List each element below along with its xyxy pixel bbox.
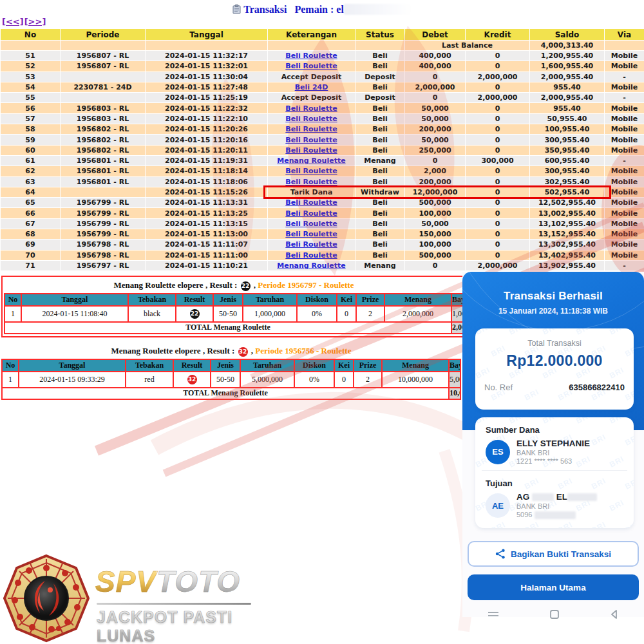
cell-keterangan[interactable]: Beli Roulette — [268, 124, 355, 135]
cell-kredit: 0 — [466, 51, 530, 61]
cell-keterangan[interactable]: Menang Roulette — [268, 260, 355, 270]
keterangan-link[interactable]: Beli Roulette — [285, 136, 337, 144]
cell-keterangan[interactable]: Beli Roulette — [268, 250, 355, 260]
column-header-via: Via — [605, 29, 644, 41]
cell-tanggal: 2024-01-15 11:20:11 — [146, 145, 268, 155]
cell-periode: 1956801 - RL — [61, 166, 146, 176]
cell-status: Deposit — [355, 71, 405, 82]
home-nav-icon[interactable] — [549, 609, 560, 622]
keterangan-link[interactable]: Beli 24D — [295, 83, 328, 91]
cell-keterangan[interactable]: Beli Roulette — [268, 135, 355, 145]
cell-keterangan[interactable]: Beli Roulette — [268, 113, 355, 124]
keterangan-link[interactable]: Beli Roulette — [285, 209, 337, 218]
share-receipt-button[interactable]: Bagikan Bukti Transaksi — [468, 541, 639, 567]
cell-keterangan[interactable]: Beli Roulette — [268, 229, 355, 240]
cell-keterangan[interactable]: Beli Roulette — [268, 240, 355, 250]
home-button-label: Halaman Utama — [520, 583, 585, 592]
cell-keterangan[interactable]: Beli Roulette — [268, 218, 355, 229]
cell-kredit: 2,000,000 — [466, 71, 530, 82]
cell-saldo: 13,302,955.40 — [530, 240, 605, 250]
cell-status: Menang — [355, 260, 405, 270]
win-diskon: 0% — [294, 372, 334, 388]
win-column-jenis: Jenis — [213, 294, 243, 306]
cell-tanggal: 2024-01-15 11:13:25 — [146, 208, 268, 218]
transaction-row: 661956799 - RL2024-01-15 11:13:25Beli Ro… — [1, 208, 644, 218]
cell-saldo: 50,955.40 — [530, 113, 605, 124]
next-page-link[interactable]: [>>] — [24, 17, 46, 26]
bank-receipt: Transaksi Berhasil 15 Januari 2024, 11:1… — [462, 272, 644, 617]
keterangan-link[interactable]: Beli Roulette — [285, 146, 337, 155]
back-nav-icon[interactable] — [609, 609, 620, 622]
cell-keterangan[interactable]: Beli Roulette — [268, 176, 355, 187]
cell-debet: 50,000 — [405, 218, 466, 229]
cell-no: 70 — [1, 250, 61, 260]
win-roulette-block: Menang Roulette elopere , Result : 22 , … — [1, 276, 466, 337]
keterangan-link[interactable]: Beli Roulette — [285, 52, 337, 60]
keterangan-link[interactable]: Beli Roulette — [285, 62, 337, 70]
cell-kredit: 300,000 — [466, 155, 530, 166]
cell-no: 62 — [1, 166, 61, 176]
menu-nav-icon[interactable] — [487, 610, 500, 621]
cell-keterangan[interactable]: Beli 24D — [268, 82, 355, 92]
cell-keterangan[interactable]: Beli Roulette — [268, 208, 355, 218]
keterangan-link[interactable]: Menang Roulette — [277, 261, 345, 270]
cell-keterangan[interactable]: Beli Roulette — [268, 103, 355, 113]
cell-keterangan[interactable]: Beli Roulette — [268, 145, 355, 155]
keterangan-link[interactable]: Beli Roulette — [285, 198, 337, 207]
cell-status: Beli — [355, 124, 405, 135]
cell-saldo: 955.40 — [530, 82, 605, 92]
cell-debet: 0 — [405, 155, 466, 166]
keterangan-link[interactable]: Menang Roulette — [277, 156, 345, 165]
home-button[interactable]: Halaman Utama — [468, 574, 639, 600]
cell-via: Mobile — [605, 82, 644, 92]
share-button-label: Bagikan Bukti Transaksi — [511, 549, 611, 559]
cell-no: 61 — [1, 155, 61, 166]
transaction-row: 671956799 - RL2024-01-15 11:13:15Beli Ro… — [1, 218, 644, 229]
cell-no: 53 — [1, 71, 61, 82]
prev-page-link[interactable]: [<<] — [2, 17, 24, 26]
cell-debet: 400,000 — [405, 61, 466, 71]
cell-keterangan[interactable]: Beli Roulette — [268, 61, 355, 71]
transaction-row: 571956803 - RL2024-01-15 11:22:10Beli Ro… — [1, 113, 644, 124]
keterangan-link[interactable]: Beli Roulette — [285, 230, 337, 238]
keterangan-link[interactable]: Beli Roulette — [285, 240, 337, 249]
keterangan-link[interactable]: Beli Roulette — [285, 125, 337, 133]
receipt-datetime: 15 Januari 2024, 11:18:38 WIB — [462, 307, 644, 316]
cell-via: - — [605, 93, 644, 103]
cell-no: 71 — [1, 260, 61, 270]
cell-status: Beli — [355, 51, 405, 61]
cell-via: Mobile — [605, 218, 644, 229]
transaction-row: 642024-01-15 11:15:26Tarik DanaWithdraw1… — [1, 187, 644, 197]
cell-kredit: 0 — [466, 113, 530, 124]
win-total-label: TOTAL Menang Roulette — [2, 388, 449, 399]
brand-tagline: JACKPOT PASTI LUNAS — [97, 608, 277, 644]
win-column-menang: Menang — [382, 359, 449, 372]
keterangan-link[interactable]: Beli Roulette — [285, 220, 337, 228]
cell-keterangan[interactable]: Beli Roulette — [268, 51, 355, 61]
keterangan-link[interactable]: Beli Roulette — [285, 104, 337, 113]
win-menang: 10,000,000 — [382, 372, 449, 388]
cell-keterangan[interactable]: Beli Roulette — [268, 166, 355, 176]
cell-debet: 2,000,000 — [405, 82, 466, 92]
keterangan-link[interactable]: Beli Roulette — [285, 115, 337, 123]
win-tanggal: 2024-01-15 09:33:29 — [19, 372, 126, 388]
cell-saldo: 302,955.40 — [530, 176, 605, 187]
cell-no: 57 — [1, 113, 61, 124]
cell-status: Beli — [355, 198, 405, 208]
win-kei: 0 — [337, 306, 356, 322]
cell-keterangan[interactable]: Beli Roulette — [268, 198, 355, 208]
keterangan-link[interactable]: Beli Roulette — [285, 178, 337, 186]
keterangan-link[interactable]: Beli Roulette — [285, 167, 337, 175]
win-no: 1 — [2, 372, 19, 388]
total-card: BRIBRIBRIBRIBRIBRIBRIBRIBRIBRIBRIBRIBRIB… — [475, 328, 634, 410]
cell-tanggal: 2024-01-15 11:27:48 — [146, 82, 268, 92]
transaction-row: 681956799 - RL2024-01-15 11:13:00Beli Ro… — [1, 229, 644, 240]
cell-status: Deposit — [355, 93, 405, 103]
keterangan-link[interactable]: Beli Roulette — [285, 251, 337, 260]
cell-no: 60 — [1, 145, 61, 155]
cell-tanggal: 2024-01-15 11:20:16 — [146, 135, 268, 145]
win-roulette-block: Menang Roulette elopere , Result : 32 , … — [1, 344, 461, 400]
cell-saldo: 13,102,955.40 — [530, 218, 605, 229]
cell-keterangan[interactable]: Menang Roulette — [268, 155, 355, 166]
cell-debet: 200,000 — [405, 176, 466, 187]
